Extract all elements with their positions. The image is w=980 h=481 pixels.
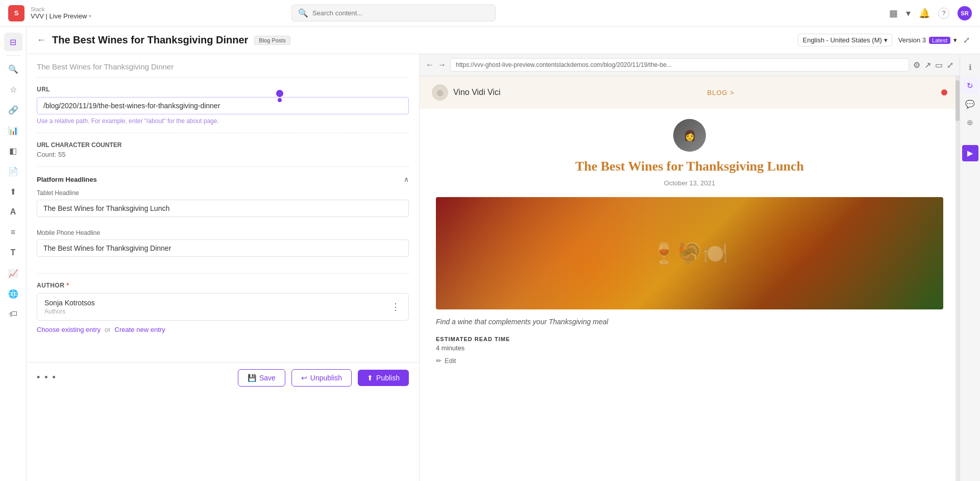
sidebar-item-chart[interactable]: 📊 [4,121,22,139]
preview-scrollbar-thumb [955,80,960,121]
right-panel-settings-icon[interactable]: ⊕ [962,114,978,131]
gear-icon[interactable]: ⚙ [913,60,920,70]
hero-image [436,197,943,309]
expand-icon[interactable]: ⤢ [963,35,970,45]
chevron-down-icon: ▾ [89,13,91,19]
right-panel-refresh-icon[interactable]: ↻ [962,78,978,94]
platform-headlines-label: Platform Headlines [37,176,97,183]
version-selector: Version 3 Latest ▾ [898,36,957,44]
platform-headlines-header: Platform Headlines ∧ [37,175,409,183]
mobile-headline-input[interactable] [37,239,409,257]
preview-pane: ← → https://vvv-ghost-live-preview.conte… [420,54,960,481]
tablet-headline-label: Tablet Headline [37,189,409,197]
tablet-icon[interactable]: ▭ [935,60,943,70]
right-panel-info-icon[interactable]: ℹ [962,59,978,76]
main-layout: ⊟ 🔍 ☆ 🔗 📊 ◧ 📄 ⬆ A ≡ T 📈 🌐 🏷 ← The Best W… [0,27,980,481]
right-panel: ℹ ↻ 💬 ⊕ ▶ [960,54,980,481]
right-panel-play-icon[interactable]: ▶ [962,145,978,161]
website-header: ◎ Vino Vidi Vici BLOG > [420,76,960,109]
locale-label: English - United States (M) [802,36,881,44]
sidebar-item-upload[interactable]: ⬆ [4,182,22,201]
author-section: Author * Sonja Kotrotsos Authors ⋮ Choos… [37,274,409,342]
browser-forward-button[interactable]: → [438,60,446,69]
sidebar-item-star[interactable]: ☆ [4,80,22,99]
author-add-row: Choose existing entry or Create new entr… [37,326,409,333]
choose-existing-entry-link[interactable]: Choose existing entry [37,326,101,333]
mobile-headline-label: Mobile Phone Headline [37,229,409,236]
two-pane: The Best Wines for Thanksgiving Dinner U… [27,54,980,481]
publish-button[interactable]: ⬆ Publish [358,370,409,386]
external-link-icon[interactable]: ↗ [924,60,931,70]
unpublish-button[interactable]: ↩ Unpublish [291,369,352,387]
article-date: October 13, 2021 [436,179,943,187]
topbar-right: ▦ ▾ 🔔 ? SR [889,6,972,20]
chevron-down-icon: ▾ [884,36,888,44]
author-info: Sonja Kotrotsos Authors [44,299,95,315]
sidebar-item-analytics[interactable]: 📈 [4,264,22,282]
preview-scrollbar-track[interactable] [955,76,960,481]
counter-label: URL Character Counter [37,141,409,149]
site-logo: ◎ [432,84,448,101]
or-label: or [105,326,111,333]
page-header: ← The Best Wines for Thanksgiving Dinner… [27,27,980,54]
sidebar-item-text[interactable]: T [4,244,22,262]
version-label: Version 3 [898,36,926,44]
app-logo[interactable]: S [8,5,24,21]
bottom-toolbar: • • • 💾 Save ↩ Unpublish ⬆ Publish [27,362,419,393]
chevron-down-icon[interactable]: ▾ [953,36,957,44]
preview-label[interactable]: VVV | Live Preview ▾ [31,12,91,20]
stack-info: Stack VVV | Live Preview ▾ [31,6,91,20]
browser-url-bar[interactable]: https://vvv-ghost-live-preview.contentsl… [450,58,909,71]
sidebar-item-globe[interactable]: 🌐 [4,284,22,303]
chevron-down-icon[interactable]: ▾ [906,8,911,19]
stack-label: Stack [31,6,91,12]
search-bar[interactable]: 🔍 [291,5,496,21]
sidebar-item-link[interactable]: 🔗 [4,101,22,119]
browser-back-button[interactable]: ← [426,60,434,69]
author-options-button[interactable]: ⋮ [391,301,401,312]
sidebar-item-tag[interactable]: 🏷 [4,305,22,323]
page-title: The Best Wines for Thanksgiving Dinner [52,34,248,46]
save-button[interactable]: 💾 Save [238,369,285,387]
edit-pane: The Best Wines for Thanksgiving Dinner U… [27,54,420,481]
bell-icon[interactable]: 🔔 [919,8,930,19]
drag-handle-bottom [278,98,282,102]
edit-button[interactable]: ✏ Edit [436,357,943,365]
drag-handle-top [276,90,283,97]
search-input[interactable] [312,9,489,17]
edit-icon: ✏ [436,357,442,365]
preview-browser-bar: ← → https://vvv-ghost-live-preview.conte… [420,54,960,76]
sidebar-item-dashboard[interactable]: ⊟ [4,33,22,51]
url-input-wrap [37,97,409,114]
help-icon[interactable]: ? [938,8,949,19]
layout-icon[interactable]: ▦ [889,8,898,19]
user-avatar[interactable]: SR [958,6,972,20]
sidebar-item-doc[interactable]: 📄 [4,162,22,180]
right-panel-chat-icon[interactable]: 💬 [962,96,978,112]
blog-nav-link[interactable]: BLOG > [707,89,734,97]
url-hint: Use a relative path. For example, enter … [37,117,409,125]
url-label: URL [37,86,409,93]
icon-sidebar: ⊟ 🔍 ☆ 🔗 📊 ◧ 📄 ⬆ A ≡ T 📈 🌐 🏷 [0,27,27,481]
tablet-headline-field: Tablet Headline [37,189,409,217]
more-options-button[interactable]: • • • [37,372,57,383]
locale-selector[interactable]: English - United States (M) ▾ [798,34,892,46]
expand-icon[interactable]: ⤢ [947,60,953,70]
create-new-entry-link[interactable]: Create new entry [115,326,165,333]
preview-content: ◎ Vino Vidi Vici BLOG > 👩 The Best Wines… [420,76,960,481]
sidebar-item-search[interactable]: 🔍 [4,60,22,78]
site-logo-area: ◎ Vino Vidi Vici [432,84,501,101]
back-button[interactable]: ← [37,35,46,45]
browser-actions: ⚙ ↗ ▭ ⤢ [913,60,953,70]
author-role: Authors [44,308,95,315]
tablet-headline-input[interactable] [37,200,409,217]
author-avatar: 👩 [673,119,706,152]
sidebar-item-font[interactable]: A [4,203,22,221]
sidebar-item-menu[interactable]: ≡ [4,223,22,242]
sidebar-item-layers[interactable]: ◧ [4,141,22,160]
collapse-button[interactable]: ∧ [404,175,409,183]
url-input[interactable] [37,97,409,114]
unpublish-icon: ↩ [301,374,307,382]
article-excerpt: Find a wine that complements your Thanks… [436,318,943,326]
topbar: S Stack VVV | Live Preview ▾ 🔍 ▦ ▾ 🔔 ? S… [0,0,980,27]
